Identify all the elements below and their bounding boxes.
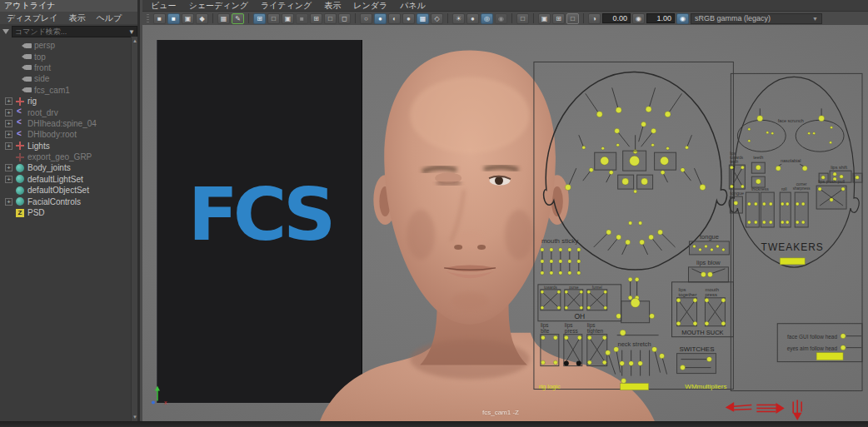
resolution-gate-icon[interactable]: ▣ — [282, 13, 294, 24]
tweakers-slider[interactable] — [780, 258, 805, 265]
field-chart-icon[interactable]: ⊞ — [310, 13, 322, 24]
lip-press-controls[interactable]: lips bite lips press lips tighten — [541, 322, 607, 366]
neck-stretch-controls[interactable]: neck stretch — [606, 340, 667, 384]
outliner-item-dhihead-spine04[interactable]: DHIhead:spine_04 — [0, 118, 131, 129]
expand-icon[interactable] — [5, 142, 12, 150]
exposure-icon[interactable]: ◑ — [588, 13, 601, 24]
bookmark-icon[interactable]: ◆ — [196, 13, 208, 24]
mouth-controls[interactable] — [594, 221, 676, 335]
grid-icon[interactable]: ⊞ — [253, 13, 266, 24]
teeth-controls[interactable]: teeth — [751, 155, 765, 187]
multi-snapshot-icon[interactable]: ⊞ — [552, 13, 565, 24]
scroll-up-icon[interactable]: ▲ — [132, 37, 138, 45]
lips-towards-teeth-controls[interactable]: lips towards teeth — [729, 151, 745, 189]
outliner-scrollbar[interactable]: ▲ ▼ — [131, 37, 137, 421]
menu-shading[interactable]: シェーディング — [188, 0, 247, 12]
default-material-icon[interactable]: ● — [402, 13, 415, 24]
camera-icon[interactable]: ■ — [153, 13, 166, 24]
wireframe-icon[interactable]: ○ — [360, 13, 372, 24]
sequence-capture-icon[interactable]: □ — [566, 13, 579, 24]
lips-push-pull-controls[interactable]: lips push-pull — [816, 179, 846, 209]
menu-show[interactable]: 表示 — [68, 12, 85, 24]
expand-icon[interactable] — [5, 176, 12, 183]
tongue-controls[interactable]: tongue — [689, 233, 729, 255]
mouth-sticky-controls[interactable]: mouth sticky — [541, 237, 581, 275]
safe-title-icon[interactable]: ◻ — [338, 13, 351, 24]
gamma-field[interactable]: 1.00 — [646, 13, 675, 23]
menu-renderer[interactable]: レンダラ — [353, 0, 387, 12]
textured-icon[interactable]: ▦ — [417, 13, 429, 24]
scroll-down-icon[interactable]: ▼ — [132, 413, 138, 421]
svg-text:towards: towards — [544, 285, 557, 290]
tweakers-board[interactable]: face scrunch nasolabial t — [729, 73, 862, 390]
shadows-icon[interactable]: ● — [466, 13, 479, 24]
outliner-item-dhibody-root[interactable]: DHIbody:root — [0, 129, 131, 140]
outliner-tab[interactable]: アウトライナ — [0, 0, 137, 12]
switches-controls[interactable]: SWITCHES — [677, 345, 716, 374]
outliner-item-top[interactable]: top — [0, 51, 131, 62]
expand-icon[interactable] — [5, 109, 12, 117]
brow-controls[interactable] — [586, 87, 682, 153]
view-transform-icon[interactable]: ◉ — [676, 13, 689, 24]
tongue-tweaker-controls[interactable]: tongue — [730, 191, 744, 213]
outliner-item-psd[interactable]: PSD — [0, 207, 131, 218]
toolbar-handle[interactable] — [147, 14, 149, 23]
follow-head-slider[interactable] — [816, 353, 843, 360]
menu-help[interactable]: ヘルプ — [96, 12, 122, 24]
menu-display[interactable]: ディスプレイ — [7, 12, 57, 24]
viewport-canvas[interactable]: FCS — [142, 25, 868, 421]
film-gate-icon[interactable]: □ — [267, 13, 280, 24]
smooth-shade-icon[interactable]: ● — [374, 13, 387, 24]
nose-controls[interactable] — [618, 175, 653, 193]
thickness-roll-columns[interactable]: thickness roll corner sharpness — [746, 182, 811, 227]
outliner-item-rig[interactable]: rig — [0, 96, 131, 107]
cheek-shade-left — [407, 210, 435, 260]
expand-icon[interactable] — [5, 97, 12, 105]
all-lights-icon[interactable]: ☀ — [452, 13, 465, 24]
outliner-item-root-drv[interactable]: root_drv — [0, 107, 131, 117]
xray-icon[interactable]: ◇ — [431, 13, 443, 24]
search-input[interactable] — [12, 26, 137, 37]
outliner-item-side[interactable]: side — [0, 73, 131, 84]
nasolabial-controls[interactable]: nasolabial — [776, 158, 807, 171]
outliner-item-default-light-set[interactable]: defaultLightSet — [0, 174, 131, 185]
outliner-item-persp[interactable]: persp — [0, 40, 131, 51]
expand-icon[interactable] — [5, 198, 12, 206]
motion-blur-icon[interactable]: ◉ — [495, 13, 507, 24]
outliner-item-body-joints[interactable]: Body_joints — [0, 162, 131, 173]
image-plane-icon[interactable]: ▦ — [217, 13, 230, 24]
lips-blow-controls[interactable]: lips blow — [688, 259, 728, 282]
outliner-item-facial-controls[interactable]: FacialControls — [0, 196, 131, 206]
wireframe-on-shaded-icon[interactable]: ◐ — [388, 13, 401, 24]
gate-mask-icon[interactable]: ■ — [296, 13, 308, 24]
outliner-item-default-object-set[interactable]: defaultObjectSet — [0, 185, 131, 196]
camera-attributes-icon[interactable]: ▣ — [182, 13, 194, 24]
colorspace-select[interactable]: sRGB gamma (legacy) ▼ — [691, 13, 822, 24]
isolate-select-icon[interactable]: □ — [516, 13, 529, 24]
gamma-icon[interactable]: ◉ — [632, 13, 645, 24]
grease-pencil-icon[interactable]: ✎ — [232, 13, 244, 24]
follow-head-panel[interactable]: face GUI follow head eyes aim follow hea… — [777, 324, 862, 362]
expand-icon[interactable] — [5, 164, 12, 171]
ssao-icon[interactable]: ◎ — [481, 13, 493, 24]
snapshot-icon[interactable]: ▣ — [538, 13, 551, 24]
outliner-item-export-geo-grp[interactable]: export_geo_GRP — [0, 151, 131, 162]
menu-panels[interactable]: パネル — [400, 0, 426, 12]
outliner-item-fcs-cam1[interactable]: fcs_cam1 — [0, 85, 131, 96]
main-slider[interactable] — [621, 384, 649, 390]
facial-gui-main-board[interactable]: mouth sticky tongue — [534, 62, 733, 390]
expand-icon[interactable] — [5, 120, 12, 127]
menu-lighting[interactable]: ライティング — [261, 0, 312, 12]
outliner-item-lights[interactable]: Lights — [0, 141, 131, 151]
svg-text:eyes aim follow head: eyes aim follow head — [787, 345, 838, 352]
filter-icon[interactable] — [2, 29, 9, 34]
outliner-item-front[interactable]: front — [0, 62, 131, 73]
expand-icon[interactable] — [5, 131, 12, 138]
menu-view[interactable]: ビュー — [151, 0, 176, 12]
select-camera-icon[interactable]: ■ — [167, 13, 180, 24]
menu-show[interactable]: 表示 — [324, 0, 341, 12]
lip-shape-controls[interactable]: towards purse funnel OH — [538, 285, 621, 321]
mouth-suck-controls[interactable]: lips together mouth press MOUTH SUCK — [672, 282, 734, 337]
exposure-field[interactable]: 0.00 — [602, 13, 631, 23]
safe-action-icon[interactable]: □ — [324, 13, 337, 24]
